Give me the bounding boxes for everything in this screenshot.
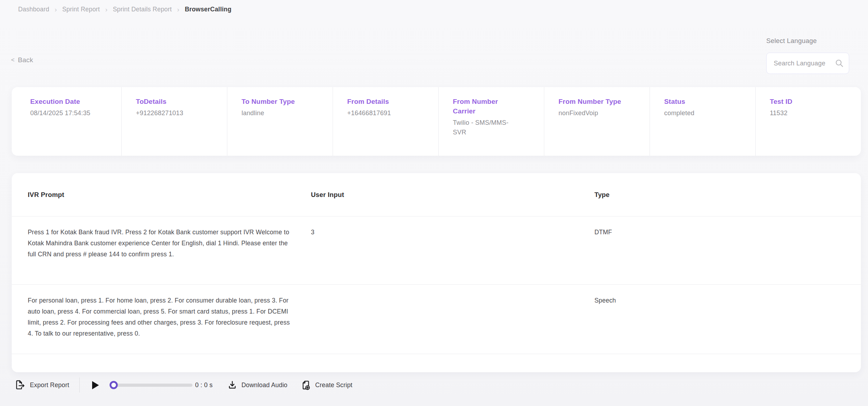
field-test-id: Test ID 11532 bbox=[755, 87, 861, 156]
breadcrumb-item-sprint-details-report[interactable]: Sprint Details Report bbox=[113, 6, 172, 13]
ivr-prompt-cell: For personal loan, press 1. For home loa… bbox=[28, 285, 311, 354]
play-button[interactable] bbox=[92, 381, 99, 390]
breadcrumb-item-sprint-report[interactable]: Sprint Report bbox=[62, 6, 100, 13]
table-header-row: IVR Prompt User Input Type bbox=[12, 173, 861, 217]
ivr-table: IVR Prompt User Input Type Press 1 for K… bbox=[12, 173, 861, 372]
type-cell: DTMF bbox=[594, 217, 861, 284]
field-value: +912268271013 bbox=[136, 108, 202, 118]
export-report-button[interactable]: Export Report bbox=[14, 379, 69, 391]
back-label: Back bbox=[18, 56, 33, 64]
field-to-number-type: To Number Type landline bbox=[227, 87, 333, 156]
chevron-right-icon: › bbox=[105, 6, 108, 13]
language-selector: Select Language bbox=[766, 37, 849, 74]
field-label: Test ID bbox=[770, 97, 834, 106]
toolbar-divider bbox=[79, 378, 80, 392]
field-value: nonFixedVoip bbox=[559, 108, 625, 118]
language-search-input[interactable] bbox=[767, 53, 849, 74]
details-card: Execution Date 08/14/2025 17:54:35 ToDet… bbox=[12, 87, 861, 156]
column-header-user-input: User Input bbox=[311, 191, 594, 199]
export-file-icon bbox=[14, 379, 26, 391]
column-header-ivr-prompt: IVR Prompt bbox=[28, 191, 311, 199]
language-search bbox=[766, 53, 849, 74]
user-input-cell: 3 bbox=[311, 217, 594, 284]
download-icon bbox=[227, 380, 238, 390]
field-label: Status bbox=[664, 97, 728, 106]
create-script-icon bbox=[300, 380, 311, 391]
field-status: Status completed bbox=[650, 87, 755, 156]
field-label: To Number Type bbox=[242, 97, 306, 106]
breadcrumb-item-dashboard[interactable]: Dashboard bbox=[18, 6, 49, 13]
field-to-details: ToDetails +912268271013 bbox=[121, 87, 227, 156]
column-header-type: Type bbox=[594, 191, 861, 199]
breadcrumb-item-browsercalling: BrowserCalling bbox=[185, 6, 231, 13]
chevron-right-icon: › bbox=[54, 6, 57, 13]
select-language-label: Select Language bbox=[766, 37, 849, 45]
breadcrumb: Dashboard › Sprint Report › Sprint Detai… bbox=[18, 6, 232, 13]
field-label: From Number Carrier bbox=[453, 97, 517, 116]
type-cell: Speech bbox=[594, 285, 861, 354]
chevron-right-icon: › bbox=[177, 6, 180, 13]
ivr-prompt-cell: Press 1 for Kotak Bank fraud IVR. Press … bbox=[28, 217, 311, 284]
table-row: For personal loan, press 1. For home loa… bbox=[12, 285, 861, 354]
create-script-button[interactable]: Create Script bbox=[300, 380, 353, 391]
chevron-left-icon: < bbox=[11, 57, 15, 64]
field-value: 08/14/2025 17:54:35 bbox=[30, 108, 96, 118]
audio-toolbar: Export Report 0 : 0 s Download Audio bbox=[14, 376, 353, 394]
table-row: Press 1 for Kotak Bank fraud IVR. Press … bbox=[12, 217, 861, 285]
field-value: 11532 bbox=[770, 108, 836, 118]
field-from-number-type: From Number Type nonFixedVoip bbox=[544, 87, 650, 156]
field-value: Twilio - SMS/MMS-SVR bbox=[453, 118, 519, 137]
playback-time: 0 : 0 s bbox=[195, 381, 213, 389]
create-script-label: Create Script bbox=[315, 381, 353, 389]
field-from-number-carrier: From Number Carrier Twilio - SMS/MMS-SVR bbox=[438, 87, 544, 156]
user-input-cell bbox=[311, 285, 594, 354]
field-value: +16466817691 bbox=[347, 108, 413, 118]
slider-thumb[interactable] bbox=[110, 381, 118, 389]
field-value: landline bbox=[242, 108, 308, 118]
export-report-label: Export Report bbox=[30, 381, 69, 389]
field-execution-date: Execution Date 08/14/2025 17:54:35 bbox=[12, 87, 121, 156]
status-value: completed bbox=[664, 108, 730, 118]
field-label: Execution Date bbox=[30, 97, 94, 106]
field-label: ToDetails bbox=[136, 97, 200, 106]
field-label: From Details bbox=[347, 97, 411, 106]
field-label: From Number Type bbox=[559, 97, 623, 106]
audio-progress-slider[interactable] bbox=[112, 384, 192, 387]
back-link[interactable]: < Back bbox=[11, 56, 33, 64]
download-audio-button[interactable]: Download Audio bbox=[227, 380, 287, 390]
page: Dashboard › Sprint Report › Sprint Detai… bbox=[0, 0, 868, 406]
download-audio-label: Download Audio bbox=[242, 381, 287, 389]
field-from-details: From Details +16466817691 bbox=[333, 87, 438, 156]
